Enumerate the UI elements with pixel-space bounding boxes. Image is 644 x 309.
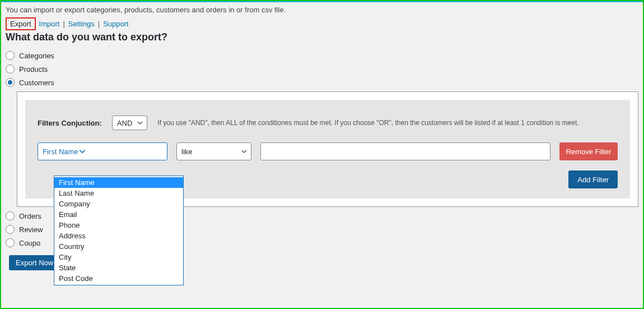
- field-select[interactable]: First Name: [38, 142, 167, 160]
- filter-value-input[interactable]: [260, 142, 550, 160]
- dropdown-option-country[interactable]: Country: [54, 241, 183, 252]
- chevron-down-icon: [137, 119, 143, 126]
- dropdown-option-first-name[interactable]: First Name: [54, 177, 183, 188]
- tab-support[interactable]: Support: [103, 20, 129, 28]
- dropdown-option-last-name[interactable]: Last Name: [54, 188, 183, 199]
- radio-reviews-label: Review: [19, 225, 43, 234]
- nav-separator: |: [63, 20, 64, 28]
- dropdown-option-email[interactable]: Email: [54, 209, 183, 220]
- field-select-value: First Name: [43, 147, 78, 156]
- dropdown-option-city[interactable]: City: [54, 252, 183, 262]
- radio-orders-label: Orders: [19, 212, 41, 220]
- intro-text: You can import or export categories, pro…: [6, 6, 638, 14]
- radio-orders[interactable]: [6, 211, 15, 220]
- add-filter-button[interactable]: Add Filter: [568, 170, 618, 188]
- radio-customers-label: Customers: [19, 79, 54, 87]
- radio-categories-label: Categories: [19, 52, 54, 60]
- operator-select[interactable]: like: [176, 142, 251, 160]
- tab-settings[interactable]: Settings: [68, 20, 95, 28]
- dropdown-option-address[interactable]: Address: [54, 230, 183, 241]
- dropdown-option-post-code[interactable]: Post Code: [54, 273, 183, 284]
- conjuction-select[interactable]: AND: [112, 116, 147, 130]
- conjuction-label: Filters Conjuction:: [38, 119, 102, 127]
- chevron-down-icon: [241, 148, 248, 155]
- nav-separator: |: [98, 20, 100, 28]
- field-dropdown[interactable]: First Name Last Name Company Email Phone…: [54, 176, 184, 285]
- dropdown-option-company[interactable]: Company: [54, 199, 183, 209]
- chevron-down-icon: [78, 147, 86, 155]
- nav-tabs: Export Import | Settings | Support: [6, 17, 638, 30]
- dropdown-option-phone[interactable]: Phone: [54, 220, 183, 230]
- radio-products[interactable]: [6, 64, 15, 73]
- conjuction-value: AND: [117, 119, 132, 127]
- page-title: What data do you want to export?: [6, 31, 638, 43]
- radio-coupons[interactable]: [6, 238, 15, 247]
- remove-filter-button[interactable]: Remove Filter: [559, 142, 618, 160]
- conjuction-hint: If you use "AND", then ALL of the condit…: [157, 119, 578, 127]
- tab-export[interactable]: Export: [6, 17, 36, 30]
- radio-categories[interactable]: [6, 51, 15, 60]
- radio-coupons-label: Coupo: [19, 239, 40, 247]
- dropdown-option-state[interactable]: State: [54, 262, 183, 273]
- radio-reviews[interactable]: [6, 225, 15, 234]
- operator-value: like: [181, 147, 193, 156]
- radio-products-label: Products: [19, 65, 48, 73]
- filter-row: First Name like Remove Filte: [38, 142, 618, 160]
- tab-import[interactable]: Import: [39, 20, 60, 28]
- radio-customers[interactable]: [6, 78, 15, 87]
